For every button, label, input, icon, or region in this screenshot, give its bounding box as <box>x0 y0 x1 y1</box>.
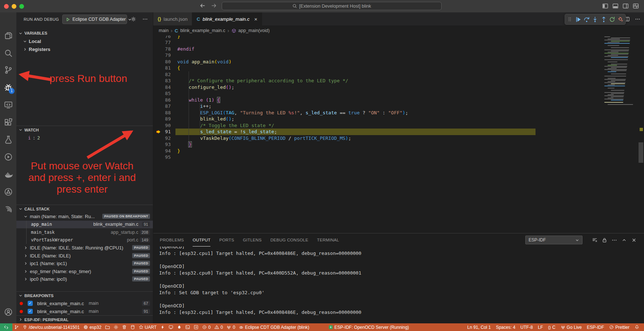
section-breakpoints[interactable]: BREAKPOINTS <box>16 291 153 299</box>
maximize-panel-icon[interactable] <box>621 237 627 243</box>
line-number[interactable]: 77 <box>153 39 171 46</box>
code-line[interactable]: 92 vTaskDelay(CONFIG_BLINK_PERIOD / port… <box>153 135 644 142</box>
close-window-button[interactable] <box>4 4 9 9</box>
code-editor[interactable]: 76}7778#endif7980void app_main(void)81{8… <box>153 36 644 233</box>
line-number[interactable]: 93 <box>153 141 171 148</box>
toolbar-drag-gripper[interactable] <box>566 16 573 23</box>
layout-panel-button[interactable] <box>612 3 619 9</box>
activity-explorer[interactable] <box>0 28 16 43</box>
breakpoint-checkbox[interactable]: ✓ <box>28 301 33 306</box>
call-stack-thread[interactable]: main (Name: main, State: Ru...PAUSED ON … <box>16 213 153 221</box>
step-into-button[interactable] <box>592 16 598 23</box>
statusbar-menuconfig[interactable] <box>112 323 120 331</box>
variables-scope-local[interactable]: Local <box>16 37 153 45</box>
line-number[interactable]: 76 <box>153 36 171 39</box>
call-stack-frame-vPortTaskWrapper[interactable]: vPortTaskWrapperport.c149 <box>16 236 153 244</box>
statusbar-language-mode[interactable]: {}C <box>546 323 558 331</box>
statusbar-notifications[interactable] <box>632 323 642 331</box>
statusbar-flash-method[interactable]: UART <box>137 323 158 331</box>
breadcrumb-folder[interactable]: main <box>159 28 169 33</box>
call-stack-frame-main_task[interactable]: main_taskapp_startup.c208 <box>16 228 153 236</box>
statusbar-openocd-server[interactable]: ESP-IDF: OpenOCD Server (Running) <box>327 323 411 331</box>
launch-config-dropdown[interactable]: Eclipse CDT GDB Adapter <box>62 15 127 24</box>
line-number[interactable]: 92 <box>153 135 171 142</box>
activity-espressif[interactable] <box>0 202 16 216</box>
code-line[interactable]: 80void app_main(void) <box>153 59 644 65</box>
breadcrumb-symbol[interactable]: app_main(void) <box>238 28 270 33</box>
call-stack-thread[interactable]: ipc0 (Name: ipc0)PAUSED <box>16 275 153 283</box>
line-number[interactable]: 78 <box>153 46 171 52</box>
close-tab-icon[interactable]: × <box>254 16 257 22</box>
line-number[interactable]: 91 <box>153 129 171 135</box>
watch-expression[interactable]: i:2 <box>16 134 153 142</box>
launch-settings-gear-icon[interactable] <box>131 16 136 22</box>
panel-tab-ports[interactable]: PORTS <box>219 233 234 247</box>
statusbar-idf-terminal[interactable] <box>183 323 192 331</box>
line-number[interactable]: 80 <box>153 59 171 65</box>
output-log[interactable]: [OpenOCD]Info : [esp32.cpu1] Target halt… <box>153 247 644 323</box>
statusbar-go-live[interactable]: Go Live <box>558 323 584 331</box>
code-line[interactable]: 79 <box>153 52 644 59</box>
code-line[interactable]: 87 i++; <box>153 103 644 110</box>
code-line[interactable]: 86 while (1) { <box>153 97 644 103</box>
section-variables[interactable]: VARIABLES <box>16 29 153 37</box>
restart-button[interactable] <box>609 16 615 23</box>
statusbar-debug-session[interactable]: Eclipse CDT GDB Adapter (blink) <box>237 323 311 331</box>
code-line[interactable]: 94} <box>153 148 644 154</box>
activity-source-control[interactable] <box>0 63 16 77</box>
panel-tab-gitlens[interactable]: GITLENS <box>243 233 261 247</box>
statusbar-serial-port[interactable]: /dev/cu.usbserial-1141501 <box>21 323 82 331</box>
call-stack-thread[interactable]: ipc1 (Name: ipc1)PAUSED <box>16 260 153 268</box>
statusbar-indentation[interactable]: Spaces: 4 <box>493 323 518 331</box>
step-over-button[interactable] <box>584 16 590 23</box>
line-number[interactable]: 85 <box>153 90 171 97</box>
line-number[interactable]: 82 <box>153 71 171 78</box>
command-center-search[interactable]: [Extension Development Host] blink <box>222 2 442 10</box>
statusbar-open-idf[interactable] <box>192 323 200 331</box>
statusbar-errors[interactable]: 0 <box>200 323 213 331</box>
code-line[interactable]: 95 <box>153 154 644 161</box>
line-number[interactable]: 89 <box>153 116 171 122</box>
section-watch[interactable]: WATCH <box>16 126 153 134</box>
statusbar-full-clean[interactable] <box>120 323 129 331</box>
code-line[interactable]: 78#endif <box>153 46 644 52</box>
call-stack-thread[interactable]: esp_timer (Name: esp_timer)PAUSED <box>16 268 153 276</box>
close-panel-icon[interactable] <box>631 237 637 243</box>
activity-search[interactable] <box>0 46 16 60</box>
code-line[interactable]: 91 s_led_state = !s_led_state; <box>153 129 644 135</box>
output-channel-select[interactable]: ESP-IDF <box>525 236 582 244</box>
statusbar-remote-indicator[interactable] <box>0 323 12 331</box>
zoom-window-button[interactable] <box>19 4 24 9</box>
statusbar-monitor-device[interactable] <box>167 323 175 331</box>
activity-graph[interactable] <box>0 185 16 199</box>
section-call-stack[interactable]: CALL STACK <box>16 205 153 213</box>
nav-forward-icon[interactable] <box>211 3 217 9</box>
activity-run-and-debug[interactable]: 1 <box>0 80 16 95</box>
start-debug-icon[interactable] <box>66 17 70 22</box>
statusbar-git-branch[interactable] <box>12 323 21 331</box>
code-line[interactable]: 90 /* Toggle the LED state */ <box>153 122 644 129</box>
variables-scope-registers[interactable]: Registers <box>16 45 153 53</box>
statusbar-prettier[interactable]: Prettier <box>607 323 632 331</box>
code-line[interactable]: 88 ESP_LOGI(TAG, "Turning the LED %s!", … <box>153 110 644 116</box>
panel-tab-debug-console[interactable]: DEBUG CONSOLE <box>270 233 308 247</box>
line-number[interactable]: 94 <box>153 148 171 154</box>
code-line[interactable]: 76} <box>153 36 644 39</box>
panel-more-actions-icon[interactable] <box>612 237 617 243</box>
activity-extensions[interactable] <box>0 115 16 130</box>
code-line[interactable]: 82 <box>153 71 644 78</box>
minimize-window-button[interactable] <box>12 4 16 9</box>
line-number[interactable]: 79 <box>153 52 171 59</box>
line-number[interactable]: 84 <box>153 84 171 91</box>
activity-testing[interactable] <box>0 132 16 147</box>
panel-tab-output[interactable]: OUTPUT <box>193 233 210 247</box>
line-number[interactable]: 81 <box>153 65 171 71</box>
lock-scrolling-icon[interactable] <box>602 237 607 243</box>
tab-blink-example-main-c[interactable]: C blink_example_main.c × <box>192 12 262 25</box>
statusbar-encoding[interactable]: UTF-8 <box>518 323 536 331</box>
statusbar-warnings[interactable]: 0 <box>213 323 225 331</box>
line-number[interactable]: 86 <box>153 97 171 103</box>
line-number[interactable]: 88 <box>153 110 171 116</box>
continue-button[interactable] <box>575 16 581 23</box>
clear-output-icon[interactable] <box>592 237 597 243</box>
